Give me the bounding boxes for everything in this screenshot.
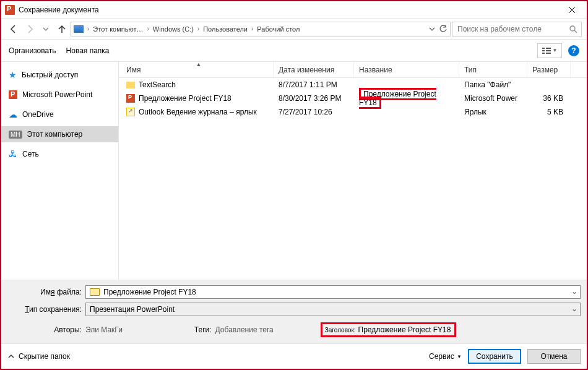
sidebar-item-network[interactable]: 🖧 Сеть xyxy=(1,146,118,162)
column-headers: ▲ Имя Дата изменения Название Тип Размер xyxy=(119,62,587,78)
powerpoint-file-icon xyxy=(126,94,135,103)
toolbar: Организовать Новая папка ▼ ? xyxy=(1,40,587,62)
table-row[interactable]: Outlook Ведение журнала – ярлык 7/27/201… xyxy=(119,105,587,119)
close-button[interactable] xyxy=(560,2,584,18)
folder-icon xyxy=(126,82,135,88)
column-header-size[interactable]: Размер xyxy=(527,62,571,77)
chevron-right-icon: › xyxy=(250,25,254,32)
svg-rect-9 xyxy=(546,53,551,54)
view-options-button[interactable]: ▼ xyxy=(537,43,562,58)
address-bar[interactable]: › Этот компьют… › Windows (C:) › Пользов… xyxy=(71,22,451,37)
search-input[interactable] xyxy=(456,24,569,34)
column-header-type[interactable]: Тип xyxy=(459,62,527,77)
tools-menu[interactable]: Сервис ▼ xyxy=(429,352,462,361)
highlight-annotation: Предложение Project FY18 xyxy=(359,88,436,109)
filetype-value: Презентация PowerPoint xyxy=(90,305,175,314)
breadcrumb-segment[interactable]: Этот компьют… xyxy=(92,25,144,33)
forward-button[interactable] xyxy=(22,22,37,37)
address-dropdown[interactable] xyxy=(429,25,447,33)
filetype-label: Тип сохранения: xyxy=(7,305,82,314)
search-box[interactable] xyxy=(452,22,582,37)
history-dropdown[interactable] xyxy=(38,22,53,37)
star-icon: ★ xyxy=(9,70,17,80)
file-title-highlighted: Предложение Project FY18 xyxy=(354,90,459,107)
file-type: Папка "Файл" xyxy=(459,80,527,89)
title-value[interactable]: Предложение Project FY18 xyxy=(358,325,451,334)
sidebar-item-label: Сеть xyxy=(22,150,39,158)
filename-combo[interactable]: Предложение Project FY18 ⌄ xyxy=(85,285,581,299)
file-name: TextSearch xyxy=(139,80,176,89)
chevron-down-icon xyxy=(429,26,435,32)
sidebar-item-label: Этот компьютер xyxy=(27,130,83,139)
breadcrumb-segment[interactable]: Рабочий стол xyxy=(256,25,301,33)
breadcrumb-segment[interactable]: Windows (C:) xyxy=(152,25,195,33)
chevron-down-icon: ▼ xyxy=(553,48,558,53)
cancel-button[interactable]: Отмена xyxy=(527,349,581,364)
arrow-left-icon xyxy=(9,24,19,34)
titlebar: Сохранение документа xyxy=(1,1,587,19)
sidebar-item-powerpoint[interactable]: Microsoft PowerPoint xyxy=(1,87,118,103)
up-button[interactable] xyxy=(54,22,69,37)
refresh-icon[interactable] xyxy=(439,25,447,33)
svg-point-2 xyxy=(570,26,575,31)
new-folder-button[interactable]: Новая папка xyxy=(66,46,110,55)
title-highlight-annotation: Заголовок: Предложение Project FY18 xyxy=(321,322,457,337)
sidebar-item-label: Быстрый доступ xyxy=(22,71,78,79)
file-type: Microsoft Power xyxy=(459,94,527,103)
back-button[interactable] xyxy=(6,22,21,37)
authors-value[interactable]: Эли МакГи xyxy=(85,325,123,334)
file-rows: TextSearch 8/7/2017 1:11 PM Папка "Файл"… xyxy=(119,78,587,280)
table-row[interactable]: TextSearch 8/7/2017 1:11 PM Папка "Файл" xyxy=(119,78,587,92)
bottom-bar: Скрытие папок Сервис ▼ Сохранить Отмена xyxy=(1,343,587,369)
navigation-bar: › Этот компьют… › Windows (C:) › Пользов… xyxy=(1,19,587,40)
search-icon xyxy=(569,25,577,33)
svg-rect-5 xyxy=(546,48,551,49)
sidebar-item-this-pc[interactable]: МН Этот компьютер xyxy=(1,126,118,142)
title-label: Заголовок: xyxy=(325,327,356,333)
powerpoint-icon xyxy=(5,5,15,15)
arrow-up-icon xyxy=(57,24,67,34)
chevron-down-icon[interactable]: ⌄ xyxy=(571,304,577,313)
svg-line-3 xyxy=(574,30,577,33)
save-dialog: Сохранение документа › Этот компьют… › W… xyxy=(0,0,588,370)
sidebar-item-onedrive[interactable]: ☁ OneDrive xyxy=(1,106,118,123)
filename-value: Предложение Project FY18 xyxy=(103,288,196,296)
svg-rect-8 xyxy=(542,53,545,54)
chevron-right-icon: › xyxy=(86,25,90,32)
svg-rect-7 xyxy=(546,50,551,51)
close-icon xyxy=(568,6,576,14)
sidebar-item-quick-access[interactable]: ★ Быстрый доступ xyxy=(1,67,118,83)
help-button[interactable]: ? xyxy=(568,45,579,56)
chevron-down-icon[interactable]: ⌄ xyxy=(571,287,577,296)
metadata-row: Авторы: Эли МакГи Теги: Добавление тега … xyxy=(7,320,581,337)
save-button[interactable]: Сохранить xyxy=(468,349,521,364)
hide-folders-toggle[interactable]: Скрытие папок xyxy=(7,352,70,361)
filename-label: Имя файла: xyxy=(7,288,82,296)
this-pc-icon: МН xyxy=(9,131,22,139)
file-type: Ярлык xyxy=(459,108,527,116)
sort-ascending-icon: ▲ xyxy=(196,61,202,67)
shortcut-icon xyxy=(126,108,135,116)
chevron-up-icon xyxy=(7,353,15,360)
tags-value[interactable]: Добавление тега xyxy=(215,325,274,334)
network-icon: 🖧 xyxy=(9,149,17,159)
dialog-body: ★ Быстрый доступ Microsoft PowerPoint ☁ … xyxy=(1,62,587,280)
column-header-title[interactable]: Название xyxy=(354,62,459,77)
file-name: Outlook Ведение журнала – ярлык xyxy=(139,108,257,116)
svg-rect-6 xyxy=(542,50,545,51)
sidebar-item-label: Microsoft PowerPoint xyxy=(22,90,92,99)
column-header-date[interactable]: Дата изменения xyxy=(274,62,354,77)
filetype-combo[interactable]: Презентация PowerPoint ⌄ xyxy=(85,303,581,316)
navigation-pane: ★ Быстрый доступ Microsoft PowerPoint ☁ … xyxy=(1,62,119,280)
filetype-row: Тип сохранения: Презентация PowerPoint ⌄ xyxy=(7,303,581,316)
table-row[interactable]: Предложение Project FY18 8/30/2017 3:26 … xyxy=(119,92,587,105)
chevron-right-icon: › xyxy=(146,25,150,32)
file-date: 8/7/2017 1:11 PM xyxy=(274,80,354,89)
chevron-right-icon: › xyxy=(196,25,201,32)
breadcrumb-segment[interactable]: Пользователи xyxy=(202,25,249,33)
tags-label: Теги: xyxy=(194,325,212,334)
organize-menu[interactable]: Организовать xyxy=(9,46,56,55)
file-list: ▲ Имя Дата изменения Название Тип Размер… xyxy=(119,62,587,280)
column-header-name[interactable]: ▲ Имя xyxy=(119,62,274,77)
file-date: 7/27/2017 10:26 xyxy=(274,108,354,116)
